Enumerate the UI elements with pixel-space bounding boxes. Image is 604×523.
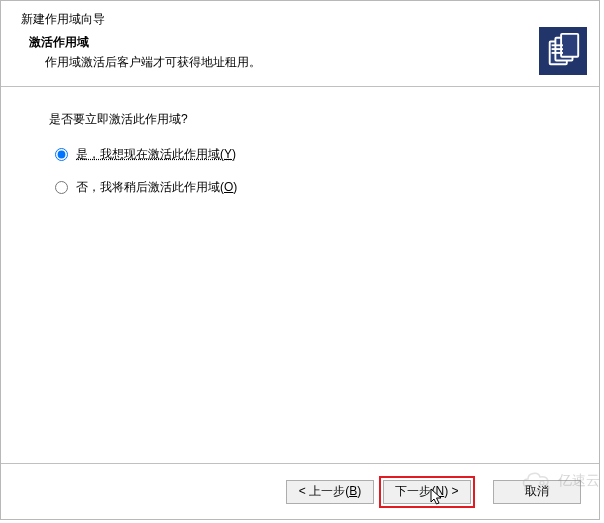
dialog-body: 是否要立即激活此作用域? 是，我想现在激活此作用域(Y) 否，我将稍后激活此作用…	[1, 87, 599, 461]
radio-option-no[interactable]: 否，我将稍后激活此作用域(O)	[49, 179, 559, 196]
section-title: 激活作用域	[13, 34, 587, 51]
window-title: 新建作用域向导	[13, 11, 587, 28]
scope-icon	[539, 27, 587, 75]
svg-rect-2	[561, 34, 578, 57]
radio-yes-input[interactable]	[55, 148, 68, 161]
dialog-footer: < 上一步(B) 下一步(N) > 取消	[1, 463, 599, 519]
activation-question: 是否要立即激活此作用域?	[49, 111, 559, 128]
cancel-button[interactable]: 取消	[493, 480, 581, 504]
radio-option-yes[interactable]: 是，我想现在激活此作用域(Y)	[49, 146, 559, 163]
radio-no-input[interactable]	[55, 181, 68, 194]
back-button[interactable]: < 上一步(B)	[286, 480, 374, 504]
section-description: 作用域激活后客户端才可获得地址租用。	[13, 54, 587, 71]
radio-yes-label: 是，我想现在激活此作用域(Y)	[76, 146, 236, 163]
radio-no-label: 否，我将稍后激活此作用域(O)	[76, 179, 237, 196]
dialog-header: 新建作用域向导 激活作用域 作用域激活后客户端才可获得地址租用。	[1, 1, 599, 87]
wizard-dialog: 新建作用域向导 激活作用域 作用域激活后客户端才可获得地址租用。 是否要立即激活…	[0, 0, 600, 520]
next-button[interactable]: 下一步(N) >	[383, 480, 471, 504]
next-button-highlight: 下一步(N) >	[379, 476, 475, 508]
